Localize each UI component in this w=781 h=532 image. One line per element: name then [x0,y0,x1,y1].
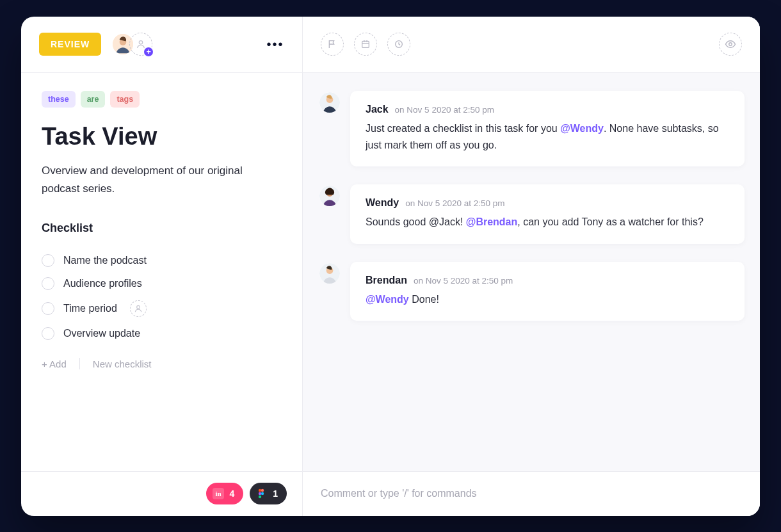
task-body: these are tags Task View Overview and de… [21,73,302,471]
status-pill[interactable]: REVIEW [39,33,101,56]
checklist-item-label: Name the podcast [63,255,147,266]
divider [79,358,80,369]
checklist-item[interactable]: Audience profiles [42,272,282,295]
comment-author: Jack [366,104,389,115]
comment-row: Jackon Nov 5 2020 at 2:50 pmJust created… [318,91,745,167]
svg-text:in: in [216,490,221,497]
svg-point-3 [137,306,140,309]
comment-avatar[interactable] [318,91,341,114]
checklist-actions: + Add New checklist [42,358,282,369]
comment-timestamp: on Nov 5 2020 at 2:50 pm [395,105,494,115]
svg-point-2 [140,41,143,44]
tag-row: these are tags [42,91,282,108]
comment-timestamp: on Nov 5 2020 at 2:50 pm [414,276,513,286]
checklist-item[interactable]: Name the podcast [42,249,282,272]
task-modal: REVIEW + ••• these are tags Task View Ov… [21,17,760,516]
comment-author: Brendan [366,275,407,286]
task-details-pane: REVIEW + ••• these are tags Task View Ov… [21,17,303,516]
invision-chip[interactable]: in 4 [206,483,243,504]
activity-pane: Jackon Nov 5 2020 at 2:50 pmJust created… [303,17,760,516]
comment-composer [303,471,760,516]
comment-author: Wendy [366,197,399,209]
tag[interactable]: are [81,91,106,108]
comment-body: Sounds good @Jack! @Brendan, can you add… [366,214,729,230]
mention[interactable]: @Wendy [560,123,604,134]
svg-point-6 [259,489,261,492]
assignee-stack: + [111,33,152,56]
comment-body: Just created a checklist in this task fo… [366,120,729,154]
add-assignee-button[interactable]: + [129,33,152,56]
task-header: REVIEW + ••• [21,17,302,73]
date-button[interactable] [354,33,377,56]
comment-bubble: Wendyon Nov 5 2020 at 2:50 pmSounds good… [350,184,745,243]
comment-input[interactable] [321,488,742,499]
figma-count: 1 [273,488,278,499]
priority-button[interactable] [321,33,344,56]
add-checklist-item-button[interactable]: + Add [42,359,67,369]
comment-avatar[interactable] [318,184,341,207]
tag[interactable]: these [42,91,76,108]
svg-point-8 [259,492,261,495]
comment-row: Wendyon Nov 5 2020 at 2:50 pmSounds good… [318,184,745,243]
checkbox-icon[interactable] [42,327,54,340]
mention[interactable]: @Wendy [366,294,409,305]
checklist-heading: Checklist [42,222,282,235]
checklist-item[interactable]: Overview update [42,322,282,345]
comment-bubble: Jackon Nov 5 2020 at 2:50 pmJust created… [350,91,745,167]
more-menu-button[interactable]: ••• [266,35,284,53]
checkbox-icon[interactable] [42,277,54,290]
new-checklist-button[interactable]: New checklist [93,359,152,369]
checklist-item-label: Audience profiles [63,278,142,289]
integration-footer: in 4 1 [21,471,302,516]
invision-count: 4 [229,488,234,499]
comment-thread: Jackon Nov 5 2020 at 2:50 pmJust created… [303,73,760,471]
invision-icon: in [213,488,224,499]
checklist-item[interactable]: Time period [42,295,282,322]
watch-button[interactable] [719,33,742,56]
activity-toolbar [303,17,760,73]
comment-bubble: Brendanon Nov 5 2020 at 2:50 pm@Wendy Do… [350,262,745,321]
time-button[interactable] [387,33,410,56]
comment-timestamp: on Nov 5 2020 at 2:50 pm [405,198,504,208]
svg-point-13 [729,43,732,46]
svg-point-7 [261,489,264,492]
comment-row: Brendanon Nov 5 2020 at 2:50 pm@Wendy Do… [318,262,745,321]
checklist-item-label: Time period [63,303,117,314]
checkbox-icon[interactable] [42,302,54,315]
svg-point-9 [261,492,264,495]
svg-rect-11 [362,41,369,47]
mention[interactable]: @Brendan [466,216,518,227]
checkbox-icon[interactable] [42,254,54,267]
figma-icon [256,488,268,499]
task-description[interactable]: Overview and development of our original… [42,162,282,199]
checklist-item-label: Overview update [63,328,140,339]
task-title[interactable]: Task View [42,123,282,150]
comment-avatar[interactable] [318,262,341,285]
assign-item-button[interactable] [130,300,147,317]
svg-point-10 [259,496,261,498]
comment-body: @Wendy Done! [366,291,729,308]
figma-chip[interactable]: 1 [250,483,287,504]
plus-icon: + [143,46,154,58]
tag[interactable]: tags [110,91,140,108]
